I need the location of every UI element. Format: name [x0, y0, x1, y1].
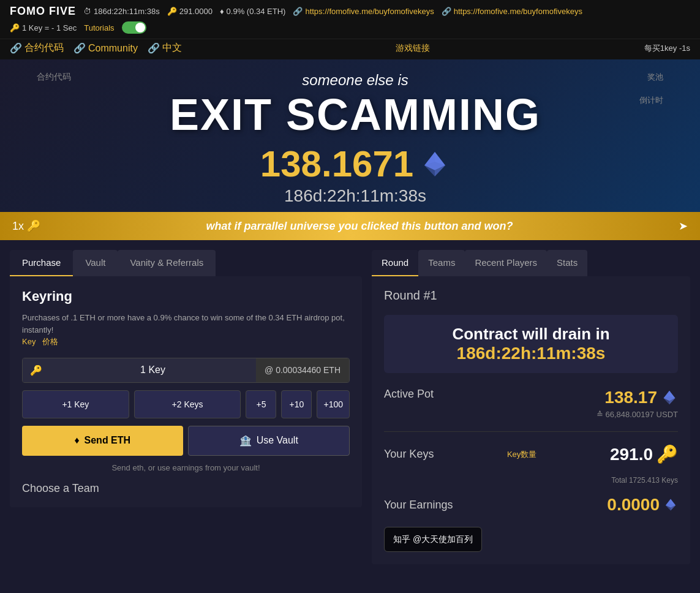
active-pot-label: Active Pot: [384, 388, 434, 401]
top-nav-right: 🔑 1 Key = - 1 Sec Tutorials: [10, 21, 146, 34]
round-panel: Round #1 Contract will drain in 186d:22h…: [372, 276, 690, 564]
main-content: Purchase Vault Vanity & Referrals Keyrin…: [0, 240, 700, 574]
eth-icon: ♦: [74, 435, 79, 446]
drain-box: Contract will drain in 186d:22h:11m:38s: [384, 315, 678, 373]
your-earnings-value-group: 0.0000: [607, 495, 678, 515]
hero-timer: 186d:22h:11m:38s: [71, 186, 639, 206]
your-earnings-row: Your Earnings 0.0000: [384, 495, 678, 515]
keys-key-icon: 🔑: [657, 444, 678, 464]
price-display: @ 0.00034460 ETH: [256, 358, 349, 382]
diamond-icon: ♦: [220, 7, 224, 16]
add-1-key-button[interactable]: +1 Key: [22, 390, 129, 418]
pot-label: 奖池: [639, 72, 663, 83]
hero-amount-row: 138.1671: [71, 143, 639, 185]
key-input-icon: 🔑: [23, 358, 50, 382]
key-rate: 🔑 1 Key = - 1 Sec: [10, 23, 77, 32]
your-earnings-label: Your Earnings: [384, 499, 453, 512]
tab-recent-players[interactable]: Recent Players: [465, 250, 547, 276]
tab-purchase[interactable]: Purchase: [10, 250, 73, 276]
link-icon1: 🔗: [293, 7, 303, 16]
send-eth-button[interactable]: ♦ Send ETH: [22, 426, 183, 456]
active-pot-eth: 138.17: [597, 388, 678, 407]
countdown-label: 倒计时: [639, 95, 663, 106]
hero-main-text: EXIT SCAMMING: [71, 93, 639, 137]
key-icon: 🔑: [167, 7, 177, 16]
contract-link[interactable]: 🔗 合约代码: [10, 42, 64, 55]
tab-vault[interactable]: Vault: [73, 250, 118, 276]
total-keys-hint: Total 1725.413 Keys: [384, 474, 678, 485]
active-pot-usd: ≙ 66,848.00197 USDT: [597, 410, 678, 419]
action-buttons-row: ♦ Send ETH 🏦 Use Vault: [22, 426, 350, 456]
brand-logo: FOMO FIVE: [10, 5, 76, 18]
chinese-icon: 🔗: [148, 42, 160, 54]
nav-link2[interactable]: 🔗 https://fomofive.me/buyfomofivekeys: [442, 7, 582, 16]
tab-vanity-referrals[interactable]: Vanity & Referrals: [118, 250, 216, 276]
key-price-link: Key 价格: [22, 337, 58, 346]
top-nav: FOMO FIVE ⏱ 186d:22h:11m:38s 🔑 291.0000 …: [0, 0, 700, 39]
add-keys-row: +1 Key +2 Keys +5 +10 +100: [22, 390, 350, 418]
right-panel: Round Teams Recent Players Stats Round #…: [372, 250, 690, 564]
active-pot-row: Active Pot 138.17 ≙ 66,848.00197 USDT: [384, 388, 678, 432]
tutorials-toggle[interactable]: [122, 21, 146, 34]
community-icon: 🔗: [73, 42, 86, 54]
earnings-eth-icon: [663, 497, 678, 512]
your-keys-row: Your Keys Key数量 291.0 🔑: [384, 444, 678, 464]
panel-title: Keyring: [22, 289, 350, 304]
tab-teams[interactable]: Teams: [418, 250, 465, 276]
tab-round[interactable]: Round: [372, 250, 418, 276]
drain-text: Contract will drain in: [394, 325, 668, 344]
second-nav: 🔗 合约代码 🔗 Community 🔗 中文 游戏链接 每买1key -1s: [0, 39, 700, 59]
your-keys-value-group: 291.0 🔑: [610, 444, 678, 464]
left-panel: Purchase Vault Vanity & Referrals Keyrin…: [10, 250, 362, 507]
clock-icon: ⏱: [83, 7, 91, 16]
use-vault-button[interactable]: 🏦 Use Vault: [188, 426, 350, 456]
tab-stats[interactable]: Stats: [547, 250, 587, 276]
china-hint-popup: 知乎 @大天使加百列: [384, 527, 482, 552]
purchase-panel: Keyring Purchases of .1 ETH or more have…: [10, 276, 362, 507]
tutorials-link[interactable]: Tutorials: [84, 23, 114, 32]
round-number: Round #1: [384, 289, 678, 303]
banner-text: what if parrallel universe you clicked t…: [47, 220, 672, 233]
send-hint: Send eth, or use earnings from your vaul…: [22, 463, 350, 472]
panel-desc: Purchases of .1 ETH or more have a 0.9% …: [22, 312, 350, 348]
game-link-label: 游戏链接: [396, 43, 430, 54]
add-2-keys-button[interactable]: +2 Keys: [134, 390, 241, 418]
active-pot-value-group: 138.17 ≙ 66,848.00197 USDT: [597, 388, 678, 419]
key-input[interactable]: [50, 358, 256, 382]
nav-pot: ♦ 0.9% (0.34 ETH): [220, 7, 285, 16]
top-nav-left: FOMO FIVE ⏱ 186d:22h:11m:38s 🔑 291.0000 …: [10, 5, 582, 18]
second-nav-left: 🔗 合约代码 🔗 Community 🔗 中文: [10, 42, 182, 55]
golden-banner[interactable]: 1x 🔑 what if parrallel universe you clic…: [0, 212, 700, 240]
contract-code-label: 合约代码: [37, 72, 71, 83]
nav-timer: ⏱ 186d:22h:11m:38s: [83, 7, 160, 16]
choose-team-title: Choose a Team: [22, 482, 350, 495]
key-input-row: 🔑 @ 0.00034460 ETH: [22, 358, 350, 383]
china-hint-text: 知乎 @大天使加百列: [393, 534, 473, 544]
add-100-button[interactable]: +100: [317, 390, 350, 418]
banner-arrow-icon: ➤: [679, 219, 688, 233]
pot-eth-icon: [661, 389, 678, 406]
add-10-button[interactable]: +10: [281, 390, 312, 418]
community-link[interactable]: 🔗 Community: [73, 42, 138, 55]
contract-icon: 🔗: [10, 42, 22, 54]
banner-key-label: 1x 🔑: [12, 219, 40, 233]
key-rate-icon: 🔑: [10, 23, 20, 32]
key-count-label-center: Key数量: [507, 448, 536, 460]
add-5-button[interactable]: +5: [246, 390, 276, 418]
hero-eth-amount: 138.1671: [260, 143, 413, 185]
hero-section: 合约代码 someone else is EXIT SCAMMING 138.1…: [0, 59, 700, 212]
key-count-label: Key数量: [507, 450, 536, 459]
link-icon2: 🔗: [442, 7, 451, 16]
right-tab-bar: Round Teams Recent Players Stats: [372, 250, 690, 276]
chinese-link[interactable]: 🔗 中文: [148, 42, 182, 55]
left-tab-bar: Purchase Vault Vanity & Referrals: [10, 250, 362, 276]
rule-label: 每买1key -1s: [644, 43, 690, 54]
drain-timer: 186d:22h:11m:38s: [394, 344, 668, 363]
vault-icon: 🏦: [239, 435, 252, 447]
nav-link1[interactable]: 🔗 https://fomofive.me/buyfomofivekeys: [293, 7, 434, 16]
eth-logo-icon: [420, 149, 450, 179]
hero-sub-text: someone else is: [71, 72, 639, 89]
nav-keys: 🔑 291.0000: [167, 7, 213, 16]
your-keys-label: Your Keys: [384, 448, 434, 461]
